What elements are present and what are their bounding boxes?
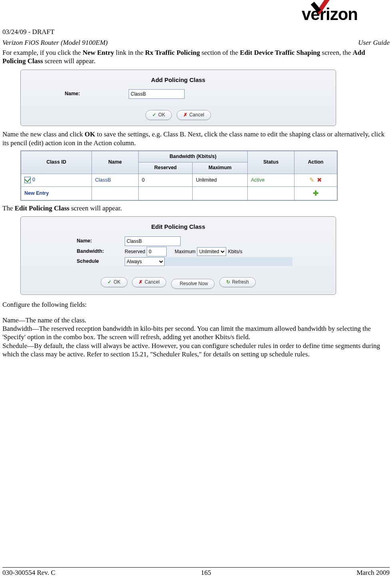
doc-type: User Guide [358,38,390,47]
plus-icon[interactable]: ✚ [313,190,318,197]
def-name-title: Name [2,316,19,324]
logo-area: verizon [2,4,390,25]
cancel-button[interactable]: ✗Cancel [177,110,211,120]
cancel-button[interactable]: ✗Cancel [132,277,166,287]
maximum-select[interactable]: Unlimited [197,247,226,256]
checkmark-icon [310,0,334,20]
table-header-row: Class ID Name Bandwidth (Kbits/s) Status… [21,151,337,162]
bandwidth-label: Bandwidth: [77,248,125,255]
paragraph-1: For example, if you click the New Entry … [2,48,390,66]
draft-date-line: 03/24/09 - DRAFT [2,28,390,36]
schedule-label: Schedule [77,258,125,265]
def-name-desc: —The name of the class. [19,316,86,324]
kbits-label: Kbits/s [228,249,242,255]
page-footer: 030-300554 Rev. C 165 March 2009 [2,567,390,577]
col-class-id: Class ID [21,151,92,174]
x-icon: ✗ [183,112,187,118]
def-schedule-desc: —By default, the class will always be ac… [2,342,380,358]
panel-title: Add Policing Class [21,74,336,90]
pencil-icon[interactable]: ✎ [309,176,314,183]
footer-rev: 030-300554 Rev. C [2,568,56,577]
footer-date: March 2009 [356,568,390,577]
reserved-input[interactable] [147,247,167,256]
checkbox-icon[interactable] [24,177,31,183]
name-input[interactable] [125,236,181,246]
new-entry-link[interactable]: New Entry [21,186,92,200]
new-entry-row[interactable]: New Entry ✚ [21,186,337,200]
cell-action: ✎✖ [294,174,337,187]
x-icon: ✗ [139,279,143,285]
name-label: Name: [77,238,125,244]
delete-icon[interactable]: ✖ [317,176,322,183]
panel-title: Edit Policing Class [21,221,336,236]
ok-button[interactable]: ✓OK [145,110,172,120]
col-reserved: Reserved [139,162,193,174]
paragraph-3: The Edit Policing Class screen will appe… [2,204,390,212]
policing-class-table: Class ID Name Bandwidth (Kbits/s) Status… [20,150,338,201]
col-action: Action [294,151,337,174]
footer-page: 165 [201,568,211,577]
resolve-now-button[interactable]: Resolve Now [171,279,215,289]
edit-policing-class-panel: Edit Policing Class Name: Bandwidth: Res… [20,216,336,294]
paragraph-2: Name the new class and click OK to save … [2,130,390,147]
table-row: 0 ClassB 0 Unlimited Active ✎✖ [21,174,337,187]
ok-button[interactable]: ✓OK [101,277,127,287]
def-schedule-title: Schedule [2,342,27,350]
refresh-button[interactable]: ↻Refresh [219,277,256,287]
maximum-text: Maximum [175,249,195,255]
cell-maximum: Unlimited [193,174,248,187]
cell-name[interactable]: ClassB [92,174,139,187]
check-icon: ✓ [152,112,156,118]
cell-class-id[interactable]: 0 [21,174,92,187]
cell-status: Active [248,174,294,187]
verizon-logo: verizon [302,4,358,25]
name-input[interactable] [129,89,185,99]
definitions-block: Name—The name of the class. Bandwidth—Th… [2,316,390,358]
refresh-icon: ↻ [226,279,230,285]
col-status: Status [248,151,294,174]
sub-header: Verizon FiOS Router (Model 9100EM) User … [2,38,390,47]
reserved-text: Reserved [125,249,145,255]
col-bandwidth: Bandwidth (Kbits/s) [139,151,248,162]
schedule-select[interactable]: Always [125,257,165,266]
def-bandwidth-desc: —The reserved reception bandwidth in kil… [2,325,371,341]
cell-reserved: 0 [139,174,193,187]
name-label: Name: [65,91,129,97]
product-name: Verizon FiOS Router (Model 9100EM) [2,38,107,47]
paragraph-4: Configure the following fields: [2,300,390,309]
add-policing-class-panel: Add Policing Class Name: ✓OK ✗Cancel [20,70,336,126]
def-bandwidth-title: Bandwidth [2,325,32,332]
col-maximum: Maximum [193,162,248,174]
check-icon: ✓ [107,279,111,285]
col-name: Name [92,151,139,174]
